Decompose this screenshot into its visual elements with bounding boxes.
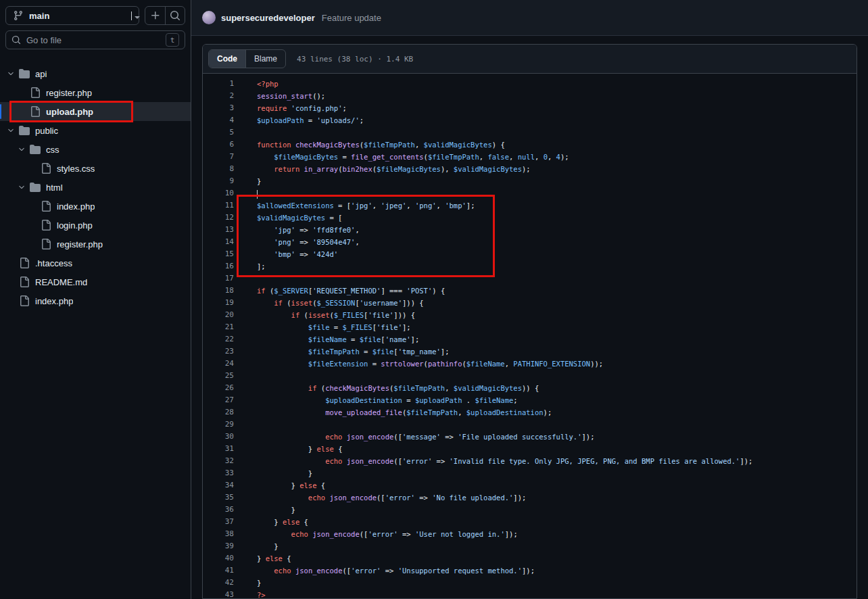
- code-line-26: 26 if (checkMagicBytes($fileTmpPath, $va…: [203, 382, 857, 394]
- line-number[interactable]: 29: [203, 418, 246, 431]
- line-number[interactable]: 3: [203, 102, 246, 114]
- chevron-down-icon: [16, 145, 27, 153]
- search-code-button[interactable]: [165, 7, 185, 24]
- chevron-down-icon: [5, 70, 16, 78]
- tree-file-styles.css[interactable]: styles.css: [0, 159, 191, 178]
- code-line-content: if (isset($_FILES['file'])) {: [246, 309, 415, 321]
- file-content-panel: Code Blame 43 lines (38 loc) · 1.4 KB 1<…: [202, 44, 857, 599]
- line-number[interactable]: 9: [203, 175, 246, 187]
- line-number[interactable]: 2: [203, 90, 246, 102]
- line-number[interactable]: 18: [203, 285, 246, 297]
- line-number[interactable]: 25: [203, 370, 246, 382]
- line-number[interactable]: 6: [203, 139, 246, 151]
- line-number[interactable]: 24: [203, 358, 246, 370]
- add-file-button[interactable]: [145, 7, 165, 24]
- line-number[interactable]: 12: [203, 212, 246, 224]
- code-line-content: $fileExtension = strtolower(pathinfo($fi…: [246, 358, 603, 370]
- line-number[interactable]: 38: [203, 528, 246, 540]
- line-number[interactable]: 23: [203, 345, 246, 358]
- code-line-content: echo json_encode(['error' => 'Unsupporte…: [246, 565, 535, 577]
- line-number[interactable]: 20: [203, 309, 246, 321]
- line-number[interactable]: 17: [203, 272, 246, 285]
- branch-selector[interactable]: main: [5, 6, 139, 25]
- tree-file-upload.php[interactable]: upload.php: [0, 102, 191, 121]
- line-number[interactable]: 30: [203, 431, 246, 443]
- tree-item-label: login.php: [57, 220, 93, 231]
- code-blame-toggle: Code Blame: [208, 49, 286, 68]
- avatar[interactable]: [202, 11, 216, 24]
- line-number[interactable]: 27: [203, 394, 246, 406]
- line-number[interactable]: 31: [203, 443, 246, 455]
- code-line-content: 'jpg' => 'ffd8ffe0',: [246, 224, 360, 236]
- line-number[interactable]: 39: [203, 540, 246, 552]
- tree-file-register.php[interactable]: register.php: [0, 235, 191, 254]
- tree-file-register.php[interactable]: register.php: [0, 83, 191, 102]
- code-line-content: [246, 370, 257, 382]
- line-number[interactable]: 1: [203, 78, 246, 90]
- line-number[interactable]: 42: [203, 577, 246, 589]
- line-number[interactable]: 26: [203, 382, 246, 394]
- file-icon: [30, 87, 41, 98]
- code-line-content: $fileMagicBytes = file_get_contents($fil…: [246, 151, 569, 163]
- tree-item-label: README.md: [35, 277, 87, 287]
- tree-item-label: register.php: [46, 88, 92, 98]
- commit-author[interactable]: supersecuredeveloper: [221, 13, 315, 23]
- tree-file-index.php[interactable]: index.php: [0, 197, 191, 216]
- tree-item-label: upload.php: [46, 107, 93, 117]
- code-line-content: $fileTmpPath = $file['tmp_name'];: [246, 345, 450, 358]
- line-number[interactable]: 28: [203, 406, 246, 418]
- code-line-32: 32 echo json_encode(['error' => 'Invalid…: [203, 455, 857, 467]
- line-number[interactable]: 11: [203, 199, 246, 212]
- line-number[interactable]: 40: [203, 552, 246, 565]
- code-line-content: $uploadPath = 'uploads/';: [246, 114, 364, 126]
- code-line-content: }: [246, 577, 261, 589]
- code-line-content: }: [246, 504, 295, 516]
- line-number[interactable]: 41: [203, 565, 246, 577]
- tab-blame[interactable]: Blame: [245, 50, 285, 68]
- code-line-8: 8 return in_array(bin2hex($fileMagicByte…: [203, 163, 857, 175]
- code-line-content: [246, 272, 257, 285]
- line-number[interactable]: 14: [203, 236, 246, 248]
- line-number[interactable]: 16: [203, 260, 246, 272]
- code-line-1: 1<?php: [203, 78, 857, 90]
- line-number[interactable]: 7: [203, 151, 246, 163]
- code-line-43: 43?>: [203, 589, 857, 598]
- go-to-file-box: t: [5, 30, 185, 49]
- line-number[interactable]: 4: [203, 114, 246, 126]
- tab-code[interactable]: Code: [209, 50, 245, 68]
- line-number[interactable]: 37: [203, 516, 246, 528]
- line-number[interactable]: 43: [203, 589, 246, 598]
- line-number[interactable]: 8: [203, 163, 246, 175]
- line-number[interactable]: 10: [203, 187, 246, 199]
- tree-file-index.php[interactable]: index.php: [0, 291, 191, 310]
- tree-folder-html[interactable]: html: [0, 178, 191, 197]
- tree-folder-css[interactable]: css: [0, 140, 191, 159]
- line-number[interactable]: 33: [203, 467, 246, 479]
- line-number[interactable]: 19: [203, 297, 246, 309]
- line-number[interactable]: 21: [203, 321, 246, 333]
- tree-file-.htaccess[interactable]: .htaccess: [0, 254, 191, 272]
- code-line-35: 35 echo json_encode(['error' => 'No file…: [203, 492, 857, 504]
- code-line-content: [246, 418, 257, 431]
- plus-icon: [150, 10, 161, 21]
- code-body: 1<?php2session_start();3require 'config.…: [203, 74, 857, 598]
- code-line-12: 12$validMagicBytes = [: [203, 212, 857, 224]
- code-line-13: 13 'jpg' => 'ffd8ffe0',: [203, 224, 857, 236]
- line-number[interactable]: 13: [203, 224, 246, 236]
- tree-file-readme.md[interactable]: README.md: [0, 272, 191, 291]
- line-number[interactable]: 22: [203, 333, 246, 345]
- tree-file-login.php[interactable]: login.php: [0, 216, 191, 235]
- file-tree: apiregister.phpupload.phppubliccssstyles…: [0, 64, 191, 599]
- line-number[interactable]: 5: [203, 126, 246, 139]
- go-to-file-input[interactable]: [26, 35, 160, 45]
- line-number[interactable]: 15: [203, 248, 246, 260]
- line-number[interactable]: 32: [203, 455, 246, 467]
- commit-message[interactable]: Feature update: [322, 13, 381, 23]
- tree-folder-public[interactable]: public: [0, 121, 191, 140]
- tree-folder-api[interactable]: api: [0, 64, 191, 83]
- code-line-18: 18if ($_SERVER['REQUEST_METHOD'] === 'PO…: [203, 285, 857, 297]
- file-icon: [19, 295, 30, 306]
- line-number[interactable]: 36: [203, 504, 246, 516]
- line-number[interactable]: 34: [203, 479, 246, 492]
- line-number[interactable]: 35: [203, 492, 246, 504]
